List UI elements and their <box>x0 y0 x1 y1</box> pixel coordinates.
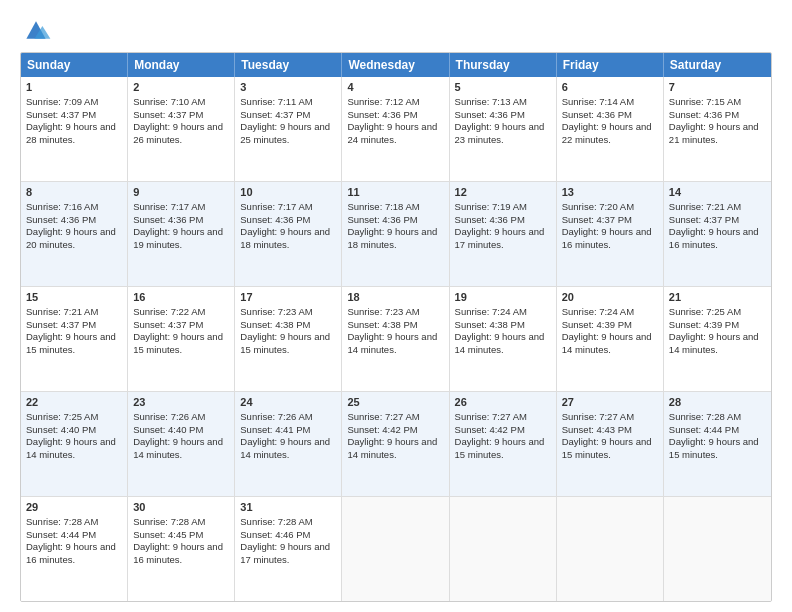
day-info: Sunrise: 7:21 AM Sunset: 4:37 PM Dayligh… <box>669 201 759 250</box>
cal-cell-day-4: 4Sunrise: 7:12 AM Sunset: 4:36 PM Daylig… <box>342 77 449 181</box>
day-number: 5 <box>455 80 551 95</box>
cal-header-friday: Friday <box>557 53 664 77</box>
cal-week-1: 1Sunrise: 7:09 AM Sunset: 4:37 PM Daylig… <box>21 77 771 181</box>
logo-icon <box>20 16 52 44</box>
day-number: 12 <box>455 185 551 200</box>
day-number: 17 <box>240 290 336 305</box>
cal-cell-day-30: 30Sunrise: 7:28 AM Sunset: 4:45 PM Dayli… <box>128 497 235 601</box>
cal-cell-day-26: 26Sunrise: 7:27 AM Sunset: 4:42 PM Dayli… <box>450 392 557 496</box>
day-number: 19 <box>455 290 551 305</box>
cal-cell-day-7: 7Sunrise: 7:15 AM Sunset: 4:36 PM Daylig… <box>664 77 771 181</box>
cal-cell-day-10: 10Sunrise: 7:17 AM Sunset: 4:36 PM Dayli… <box>235 182 342 286</box>
day-number: 25 <box>347 395 443 410</box>
day-info: Sunrise: 7:25 AM Sunset: 4:40 PM Dayligh… <box>26 411 116 460</box>
cal-cell-day-16: 16Sunrise: 7:22 AM Sunset: 4:37 PM Dayli… <box>128 287 235 391</box>
day-number: 2 <box>133 80 229 95</box>
cal-header-thursday: Thursday <box>450 53 557 77</box>
cal-cell-day-27: 27Sunrise: 7:27 AM Sunset: 4:43 PM Dayli… <box>557 392 664 496</box>
day-number: 14 <box>669 185 766 200</box>
cal-cell-day-2: 2Sunrise: 7:10 AM Sunset: 4:37 PM Daylig… <box>128 77 235 181</box>
day-info: Sunrise: 7:28 AM Sunset: 4:44 PM Dayligh… <box>26 516 116 565</box>
cal-cell-day-5: 5Sunrise: 7:13 AM Sunset: 4:36 PM Daylig… <box>450 77 557 181</box>
calendar-header-row: SundayMondayTuesdayWednesdayThursdayFrid… <box>21 53 771 77</box>
day-number: 18 <box>347 290 443 305</box>
cal-cell-day-9: 9Sunrise: 7:17 AM Sunset: 4:36 PM Daylig… <box>128 182 235 286</box>
day-info: Sunrise: 7:23 AM Sunset: 4:38 PM Dayligh… <box>240 306 330 355</box>
day-number: 20 <box>562 290 658 305</box>
day-info: Sunrise: 7:21 AM Sunset: 4:37 PM Dayligh… <box>26 306 116 355</box>
day-number: 3 <box>240 80 336 95</box>
cal-cell-day-21: 21Sunrise: 7:25 AM Sunset: 4:39 PM Dayli… <box>664 287 771 391</box>
day-number: 9 <box>133 185 229 200</box>
cal-cell-day-25: 25Sunrise: 7:27 AM Sunset: 4:42 PM Dayli… <box>342 392 449 496</box>
day-info: Sunrise: 7:19 AM Sunset: 4:36 PM Dayligh… <box>455 201 545 250</box>
cal-header-saturday: Saturday <box>664 53 771 77</box>
day-info: Sunrise: 7:17 AM Sunset: 4:36 PM Dayligh… <box>133 201 223 250</box>
cal-cell-day-24: 24Sunrise: 7:26 AM Sunset: 4:41 PM Dayli… <box>235 392 342 496</box>
day-number: 1 <box>26 80 122 95</box>
day-number: 26 <box>455 395 551 410</box>
day-number: 23 <box>133 395 229 410</box>
cal-cell-day-29: 29Sunrise: 7:28 AM Sunset: 4:44 PM Dayli… <box>21 497 128 601</box>
day-info: Sunrise: 7:18 AM Sunset: 4:36 PM Dayligh… <box>347 201 437 250</box>
cal-cell-empty <box>557 497 664 601</box>
day-info: Sunrise: 7:16 AM Sunset: 4:36 PM Dayligh… <box>26 201 116 250</box>
cal-week-4: 22Sunrise: 7:25 AM Sunset: 4:40 PM Dayli… <box>21 391 771 496</box>
day-number: 16 <box>133 290 229 305</box>
calendar: SundayMondayTuesdayWednesdayThursdayFrid… <box>20 52 772 602</box>
cal-cell-day-20: 20Sunrise: 7:24 AM Sunset: 4:39 PM Dayli… <box>557 287 664 391</box>
cal-header-sunday: Sunday <box>21 53 128 77</box>
day-number: 28 <box>669 395 766 410</box>
day-number: 21 <box>669 290 766 305</box>
day-number: 29 <box>26 500 122 515</box>
day-number: 7 <box>669 80 766 95</box>
cal-cell-day-18: 18Sunrise: 7:23 AM Sunset: 4:38 PM Dayli… <box>342 287 449 391</box>
cal-cell-day-23: 23Sunrise: 7:26 AM Sunset: 4:40 PM Dayli… <box>128 392 235 496</box>
day-info: Sunrise: 7:28 AM Sunset: 4:44 PM Dayligh… <box>669 411 759 460</box>
page: SundayMondayTuesdayWednesdayThursdayFrid… <box>0 0 792 612</box>
cal-cell-day-14: 14Sunrise: 7:21 AM Sunset: 4:37 PM Dayli… <box>664 182 771 286</box>
cal-cell-day-8: 8Sunrise: 7:16 AM Sunset: 4:36 PM Daylig… <box>21 182 128 286</box>
day-info: Sunrise: 7:28 AM Sunset: 4:45 PM Dayligh… <box>133 516 223 565</box>
cal-cell-day-28: 28Sunrise: 7:28 AM Sunset: 4:44 PM Dayli… <box>664 392 771 496</box>
day-number: 11 <box>347 185 443 200</box>
day-info: Sunrise: 7:25 AM Sunset: 4:39 PM Dayligh… <box>669 306 759 355</box>
day-number: 13 <box>562 185 658 200</box>
day-number: 27 <box>562 395 658 410</box>
day-info: Sunrise: 7:28 AM Sunset: 4:46 PM Dayligh… <box>240 516 330 565</box>
day-info: Sunrise: 7:12 AM Sunset: 4:36 PM Dayligh… <box>347 96 437 145</box>
cal-cell-day-19: 19Sunrise: 7:24 AM Sunset: 4:38 PM Dayli… <box>450 287 557 391</box>
cal-cell-empty <box>342 497 449 601</box>
day-number: 15 <box>26 290 122 305</box>
day-info: Sunrise: 7:11 AM Sunset: 4:37 PM Dayligh… <box>240 96 330 145</box>
day-info: Sunrise: 7:23 AM Sunset: 4:38 PM Dayligh… <box>347 306 437 355</box>
cal-cell-day-15: 15Sunrise: 7:21 AM Sunset: 4:37 PM Dayli… <box>21 287 128 391</box>
cal-header-wednesday: Wednesday <box>342 53 449 77</box>
cal-cell-day-3: 3Sunrise: 7:11 AM Sunset: 4:37 PM Daylig… <box>235 77 342 181</box>
day-info: Sunrise: 7:27 AM Sunset: 4:43 PM Dayligh… <box>562 411 652 460</box>
cal-cell-day-22: 22Sunrise: 7:25 AM Sunset: 4:40 PM Dayli… <box>21 392 128 496</box>
day-info: Sunrise: 7:22 AM Sunset: 4:37 PM Dayligh… <box>133 306 223 355</box>
day-info: Sunrise: 7:09 AM Sunset: 4:37 PM Dayligh… <box>26 96 116 145</box>
day-info: Sunrise: 7:17 AM Sunset: 4:36 PM Dayligh… <box>240 201 330 250</box>
cal-header-tuesday: Tuesday <box>235 53 342 77</box>
cal-cell-day-1: 1Sunrise: 7:09 AM Sunset: 4:37 PM Daylig… <box>21 77 128 181</box>
day-number: 6 <box>562 80 658 95</box>
cal-cell-day-6: 6Sunrise: 7:14 AM Sunset: 4:36 PM Daylig… <box>557 77 664 181</box>
cal-cell-day-17: 17Sunrise: 7:23 AM Sunset: 4:38 PM Dayli… <box>235 287 342 391</box>
day-info: Sunrise: 7:27 AM Sunset: 4:42 PM Dayligh… <box>347 411 437 460</box>
cal-week-3: 15Sunrise: 7:21 AM Sunset: 4:37 PM Dayli… <box>21 286 771 391</box>
day-number: 8 <box>26 185 122 200</box>
cal-cell-day-13: 13Sunrise: 7:20 AM Sunset: 4:37 PM Dayli… <box>557 182 664 286</box>
cal-header-monday: Monday <box>128 53 235 77</box>
day-info: Sunrise: 7:26 AM Sunset: 4:41 PM Dayligh… <box>240 411 330 460</box>
day-number: 4 <box>347 80 443 95</box>
day-info: Sunrise: 7:10 AM Sunset: 4:37 PM Dayligh… <box>133 96 223 145</box>
cal-cell-empty <box>450 497 557 601</box>
cal-week-2: 8Sunrise: 7:16 AM Sunset: 4:36 PM Daylig… <box>21 181 771 286</box>
cal-cell-empty <box>664 497 771 601</box>
day-info: Sunrise: 7:15 AM Sunset: 4:36 PM Dayligh… <box>669 96 759 145</box>
day-number: 31 <box>240 500 336 515</box>
day-number: 22 <box>26 395 122 410</box>
day-number: 30 <box>133 500 229 515</box>
